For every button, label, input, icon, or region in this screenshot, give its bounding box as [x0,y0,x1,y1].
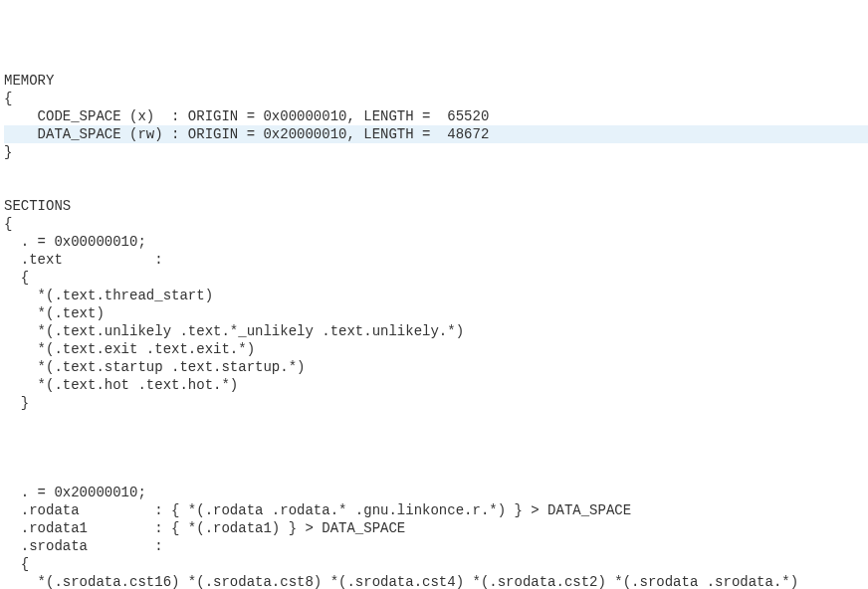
code-line: *(.text.thread_start) [4,287,868,304]
code-line: *(.text.hot .text.hot.*) [4,376,868,394]
code-line: } [4,143,868,161]
code-line: *(.text.unlikely .text.*_unlikely .text.… [4,322,868,340]
code-line [4,412,868,430]
code-line: { [4,90,868,107]
code-line [4,179,868,197]
code-line: CODE_SPACE (x) : ORIGIN = 0x00000010, LE… [4,107,868,125]
code-line: DATA_SPACE (rw) : ORIGIN = 0x20000010, L… [4,125,868,143]
code-line: .rodata : { *(.rodata .rodata.* .gnu.lin… [4,501,868,519]
code-line: *(.text.startup .text.startup.*) [4,358,868,376]
code-line: .text : [4,251,868,269]
code-line: .rodata1 : { *(.rodata1) } > DATA_SPACE [4,519,868,537]
code-line [4,161,868,179]
code-line: { [4,555,868,573]
code-line: . = 0x20000010; [4,484,868,501]
code-line [4,466,868,484]
code-line: SECTIONS [4,197,868,215]
code-line: MEMORY [4,72,868,90]
code-line: } [4,394,868,412]
linker-script-code-block: MEMORY{ CODE_SPACE (x) : ORIGIN = 0x0000… [0,72,868,589]
code-line: { [4,215,868,233]
code-line: *(.text.exit .text.exit.*) [4,340,868,358]
code-line: *(.text) [4,304,868,322]
code-line [4,430,868,448]
code-line [4,448,868,466]
code-line: *(.srodata.cst16) *(.srodata.cst8) *(.sr… [4,573,868,589]
code-line: . = 0x00000010; [4,233,868,251]
code-line: { [4,269,868,287]
code-line: .srodata : [4,537,868,555]
